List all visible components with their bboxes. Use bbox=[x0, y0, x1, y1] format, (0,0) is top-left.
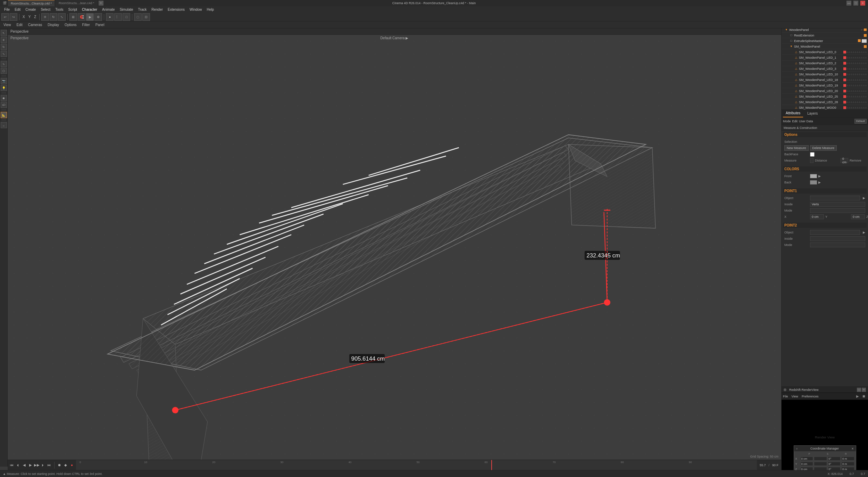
obj-item-smpanel[interactable]: ▼ SM_WoodenPanel bbox=[782, 44, 868, 49]
lasso-button[interactable]: ◌ bbox=[134, 13, 142, 21]
grid-toggle-button[interactable]: ⊞ bbox=[69, 13, 77, 21]
menu-edit[interactable]: Edit bbox=[12, 6, 23, 13]
scale-tool[interactable]: ⤡ bbox=[1, 51, 7, 57]
camera-tool[interactable]: 📷 bbox=[1, 78, 7, 84]
coord-y-p[interactable]: 0 cm bbox=[800, 462, 813, 466]
material-tool[interactable]: ◉ bbox=[1, 95, 7, 101]
front-color-swatch[interactable] bbox=[810, 174, 817, 178]
frame-all-button[interactable]: ⊡ bbox=[142, 13, 150, 21]
render-play-button[interactable]: ▶ bbox=[855, 394, 860, 399]
menu-extensions[interactable]: Extensions bbox=[166, 6, 187, 13]
minimize-button[interactable]: — bbox=[846, 1, 851, 6]
select-tool[interactable]: ↖ bbox=[1, 30, 7, 36]
step-back-button[interactable]: ⏴ bbox=[15, 462, 21, 468]
obj-item-restextension[interactable]: □ RestExtension bbox=[782, 33, 868, 38]
obj-item-sm-woodenpanel-led-18[interactable]: △ SM_WoodenPanel_LED_18 △△△△△△△△△△ bbox=[782, 77, 868, 83]
move-tool[interactable]: ✛ bbox=[1, 37, 7, 43]
render-button[interactable]: ▶ bbox=[86, 13, 94, 21]
panel-menu[interactable]: Panel bbox=[93, 22, 107, 28]
display-menu[interactable]: Display bbox=[45, 22, 61, 28]
coord-x-s[interactable] bbox=[814, 457, 827, 461]
obj-item-sm-woodenpanel-led-19[interactable]: △ SM_WoodenPanel_LED_19 △△△△△△△△△△ bbox=[782, 83, 868, 88]
scene-canvas[interactable]: 232.4345 cm 905.6144 cm Grid Spacing: 50… bbox=[8, 35, 781, 460]
obj-item-sm-woodenpanel-led-0[interactable]: △ SM_WoodenPanel_LED_0 △△△△△△△△△△ bbox=[782, 49, 868, 55]
menu-animate[interactable]: Animate bbox=[100, 6, 117, 13]
render-settings-button[interactable]: ⚙ bbox=[94, 13, 102, 21]
new-tab-button[interactable]: + bbox=[99, 1, 103, 6]
new-measure-button[interactable]: New Measure bbox=[784, 145, 809, 151]
menu-window[interactable]: Window bbox=[187, 6, 204, 13]
default-button[interactable]: Default bbox=[854, 119, 867, 124]
render-stop-button[interactable]: ⏹ bbox=[861, 394, 867, 399]
back-color-swatch[interactable] bbox=[810, 180, 817, 184]
render-minimize[interactable]: — bbox=[857, 388, 861, 392]
measure-tool[interactable]: 📐 bbox=[1, 112, 7, 118]
obj-item-sm-woodenpanel-led-3[interactable]: △ SM_WoodenPanel_LED_3 △△△△△△△△△△ bbox=[782, 66, 868, 72]
menu-render[interactable]: Render bbox=[149, 6, 165, 13]
coord-y-r[interactable]: 0° bbox=[828, 462, 841, 466]
keyframe-button[interactable]: ◆ bbox=[63, 462, 68, 468]
spline-tool[interactable]: ∿ bbox=[1, 61, 7, 67]
coord-y-extra[interactable]: 0 m bbox=[841, 462, 854, 466]
obj-item-sm-woodenpanel-led-25[interactable]: △ SM_WoodenPanel_LED_25 △△△△△△△△△△ bbox=[782, 94, 868, 99]
menu-tools[interactable]: Tools bbox=[53, 6, 65, 13]
tab-attributes[interactable]: Attributes bbox=[783, 110, 803, 117]
edit-menu[interactable]: Edit bbox=[15, 22, 25, 28]
coord-x-extra[interactable]: 0 m bbox=[841, 457, 854, 461]
record-button[interactable]: ⏺ bbox=[57, 462, 62, 468]
backface-checkbox[interactable] bbox=[810, 152, 815, 157]
coord-y-s[interactable] bbox=[814, 462, 827, 466]
play-back-button[interactable]: ◀ bbox=[22, 462, 27, 468]
obj-item-sm-woodenpanel-led-28[interactable]: △ SM_WoodenPanel_LED_28 △△△△△△△△△△ bbox=[782, 99, 868, 105]
menu-create[interactable]: Create bbox=[23, 6, 38, 13]
view-menu[interactable]: View bbox=[1, 22, 13, 28]
coord-x-p[interactable]: 0 cm bbox=[800, 457, 813, 461]
play-fwd-button[interactable]: ▶▶ bbox=[34, 462, 40, 468]
menu-script[interactable]: Script bbox=[66, 6, 80, 13]
timeline-bar[interactable]: 0 10 20 30 40 50 60 70 80 90 bbox=[76, 460, 757, 470]
tag-tool[interactable]: 🏷 bbox=[1, 102, 7, 108]
playhead[interactable] bbox=[491, 460, 492, 470]
rotate-tool[interactable]: ↻ bbox=[1, 44, 7, 50]
render-prefs-menu[interactable]: Preferences bbox=[802, 395, 819, 398]
tab-1[interactable]: RoomStructu...CleanUp.c4d * bbox=[8, 0, 55, 6]
step-fwd-button[interactable]: ⏵ bbox=[40, 462, 46, 468]
render-view-menu[interactable]: View bbox=[792, 395, 798, 398]
menu-simulate[interactable]: Simulate bbox=[118, 6, 135, 13]
coord-dialog-close[interactable]: × bbox=[852, 447, 854, 451]
undo-button[interactable]: ↩ bbox=[1, 13, 9, 21]
cameras-menu[interactable]: Cameras bbox=[26, 22, 44, 28]
menu-help[interactable]: Help bbox=[205, 6, 216, 13]
edge-mode-button[interactable]: ⎸ bbox=[114, 13, 122, 21]
options-menu[interactable]: Options bbox=[62, 22, 78, 28]
floor-tool[interactable]: ⎽ bbox=[1, 122, 7, 128]
obj-item-sm-woodenpanel-led-10[interactable]: △ SM_WoodenPanel_LED_10 △△△△△△△△△△ bbox=[782, 72, 868, 77]
poly-mode-button[interactable]: □ bbox=[123, 13, 130, 21]
redo-button[interactable]: ↪ bbox=[10, 13, 17, 21]
rotate-tool-button[interactable]: ↻ bbox=[50, 13, 57, 21]
snap-button[interactable]: 🧲 bbox=[78, 13, 85, 21]
menu-select[interactable]: Select bbox=[39, 6, 52, 13]
autokey-button[interactable]: ● bbox=[69, 462, 75, 468]
play-button[interactable]: ▶ bbox=[28, 462, 33, 468]
obj-item-sm-woodenpanel-led-20[interactable]: △ SM_WoodenPanel_LED_20 △△△△△△△△△△ bbox=[782, 88, 868, 94]
goto-start-button[interactable]: ⏮ bbox=[9, 462, 15, 468]
maximize-button[interactable]: □ bbox=[853, 1, 858, 6]
obj-item-extrudespline[interactable]: □ ExtrudeSplineMaster bbox=[782, 38, 868, 44]
point-mode-button[interactable]: ● bbox=[106, 13, 114, 21]
menu-file[interactable]: File bbox=[2, 6, 12, 13]
obj-item-sm-woodenpanel-woo0[interactable]: △ SM_WoodenPanel_WOO0 △△△△△△△△△△ bbox=[782, 105, 868, 109]
tab-layers[interactable]: Layers bbox=[804, 110, 820, 117]
render-close[interactable]: × bbox=[862, 388, 866, 392]
light-tool[interactable]: 💡 bbox=[1, 85, 7, 91]
move-tool-button[interactable]: ✛ bbox=[41, 13, 49, 21]
tab-2[interactable]: RoomStructu...Jean.c4d * bbox=[56, 0, 97, 6]
filter-menu[interactable]: Filter bbox=[80, 22, 92, 28]
render-file-menu[interactable]: File bbox=[783, 395, 788, 398]
obj-item-sm-woodenpanel-led-1[interactable]: △ SM_WoodenPanel_LED_1 △△△△△△△△△△ bbox=[782, 55, 868, 60]
goto-end-button[interactable]: ⏭ bbox=[47, 462, 52, 468]
scale-tool-button[interactable]: ⤡ bbox=[58, 13, 66, 21]
menu-track[interactable]: Track bbox=[136, 6, 149, 13]
menu-character[interactable]: Character bbox=[80, 6, 99, 13]
coord-x-r[interactable]: 0° bbox=[828, 457, 841, 461]
